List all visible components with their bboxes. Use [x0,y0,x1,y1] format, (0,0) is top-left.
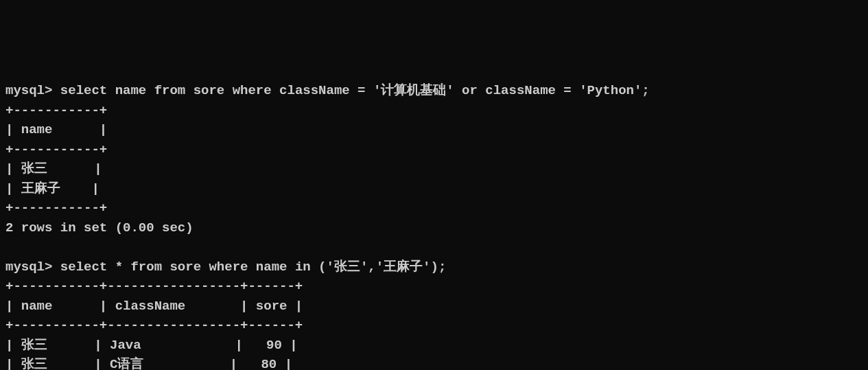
table2-border-mid: +-----------+-----------------+------+ [5,318,303,333]
table1-border-mid: +-----------+ [5,142,107,157]
table2-row-2: | 张三 | C语言 | 80 | [5,357,292,370]
table1-border-bottom: +-----------+ [5,200,107,216]
terminal-output: mysql> select name from sore where class… [5,81,863,370]
sql-query-2: select * from sore where name in ('张三','… [60,259,446,275]
table2-header: | name | className | sore | [5,299,303,314]
table1-row-1: | 张三 | [5,161,102,176]
table1-header: | name | [5,122,107,137]
table1-row-2: | 王麻子 | [5,181,99,196]
table1-border-top: +-----------+ [5,103,107,118]
table2-row-1: | 张三 | Java | 90 | [5,338,298,353]
sql-query-1: select name from sore where className = … [60,83,650,98]
mysql-prompt-1: mysql> [5,83,60,98]
table2-border-top: +-----------+-----------------+------+ [5,279,303,294]
mysql-prompt-2: mysql> [5,259,60,275]
query1-summary: 2 rows in set (0.00 sec) [5,220,193,235]
